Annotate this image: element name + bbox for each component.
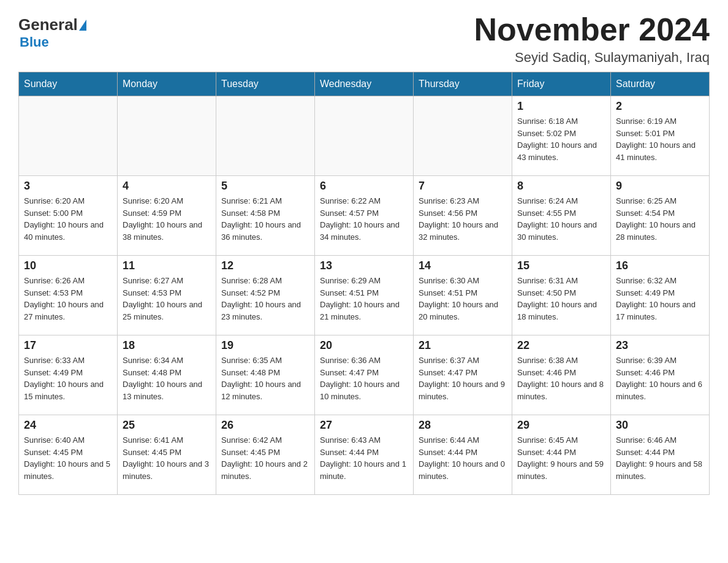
day-number: 21 (419, 339, 507, 352)
calendar-cell: 12Sunrise: 6:28 AM Sunset: 4:52 PM Dayli… (216, 256, 315, 335)
calendar-cell: 19Sunrise: 6:35 AM Sunset: 4:48 PM Dayli… (216, 335, 315, 415)
day-info: Sunrise: 6:20 AM Sunset: 4:59 PM Dayligh… (123, 195, 211, 243)
calendar-cell: 27Sunrise: 6:43 AM Sunset: 4:44 PM Dayli… (315, 415, 414, 495)
day-number: 27 (320, 419, 408, 432)
logo: General Blue (18, 12, 88, 50)
day-number: 11 (123, 259, 211, 272)
day-number: 4 (123, 180, 211, 193)
calendar-cell (118, 96, 216, 176)
day-info: Sunrise: 6:32 AM Sunset: 4:49 PM Dayligh… (616, 275, 704, 323)
day-info: Sunrise: 6:36 AM Sunset: 4:47 PM Dayligh… (320, 354, 408, 402)
day-info: Sunrise: 6:33 AM Sunset: 4:49 PM Dayligh… (24, 354, 112, 402)
day-number: 24 (24, 419, 112, 432)
calendar-cell: 6Sunrise: 6:22 AM Sunset: 4:57 PM Daylig… (315, 176, 414, 256)
calendar-cell: 2Sunrise: 6:19 AM Sunset: 5:01 PM Daylig… (611, 96, 710, 176)
calendar-cell (414, 96, 512, 176)
day-info: Sunrise: 6:18 AM Sunset: 5:02 PM Dayligh… (517, 115, 605, 163)
page-header: General Blue November 2024 Seyid Sadiq, … (18, 12, 710, 66)
day-info: Sunrise: 6:42 AM Sunset: 4:45 PM Dayligh… (221, 434, 309, 482)
day-number: 9 (616, 180, 704, 193)
day-info: Sunrise: 6:26 AM Sunset: 4:53 PM Dayligh… (24, 275, 112, 323)
day-number: 8 (517, 180, 605, 193)
day-info: Sunrise: 6:39 AM Sunset: 4:46 PM Dayligh… (616, 354, 704, 402)
calendar-header-tuesday: Tuesday (216, 72, 315, 96)
calendar-cell: 21Sunrise: 6:37 AM Sunset: 4:47 PM Dayli… (414, 335, 512, 415)
calendar-cell: 8Sunrise: 6:24 AM Sunset: 4:55 PM Daylig… (512, 176, 611, 256)
day-number: 23 (616, 339, 704, 352)
calendar-cell: 14Sunrise: 6:30 AM Sunset: 4:51 PM Dayli… (414, 256, 512, 335)
day-number: 14 (419, 259, 507, 272)
day-number: 19 (221, 339, 309, 352)
day-info: Sunrise: 6:29 AM Sunset: 4:51 PM Dayligh… (320, 275, 408, 323)
day-info: Sunrise: 6:45 AM Sunset: 4:44 PM Dayligh… (517, 434, 605, 482)
day-info: Sunrise: 6:25 AM Sunset: 4:54 PM Dayligh… (616, 195, 704, 243)
day-number: 12 (221, 259, 309, 272)
calendar-table: SundayMondayTuesdayWednesdayThursdayFrid… (18, 72, 710, 495)
day-info: Sunrise: 6:22 AM Sunset: 4:57 PM Dayligh… (320, 195, 408, 243)
calendar-cell: 5Sunrise: 6:21 AM Sunset: 4:58 PM Daylig… (216, 176, 315, 256)
day-number: 1 (517, 100, 605, 113)
calendar-cell: 29Sunrise: 6:45 AM Sunset: 4:44 PM Dayli… (512, 415, 611, 495)
day-info: Sunrise: 6:37 AM Sunset: 4:47 PM Dayligh… (419, 354, 507, 402)
day-number: 7 (419, 180, 507, 193)
calendar-header-wednesday: Wednesday (315, 72, 414, 96)
logo-blue-text: Blue (20, 34, 49, 50)
calendar-cell: 17Sunrise: 6:33 AM Sunset: 4:49 PM Dayli… (19, 335, 118, 415)
calendar-cell: 10Sunrise: 6:26 AM Sunset: 4:53 PM Dayli… (19, 256, 118, 335)
day-number: 22 (517, 339, 605, 352)
calendar-week-row: 1Sunrise: 6:18 AM Sunset: 5:02 PM Daylig… (19, 96, 710, 176)
calendar-cell: 9Sunrise: 6:25 AM Sunset: 4:54 PM Daylig… (611, 176, 710, 256)
day-number: 29 (517, 419, 605, 432)
day-number: 3 (24, 180, 112, 193)
day-number: 17 (24, 339, 112, 352)
day-info: Sunrise: 6:35 AM Sunset: 4:48 PM Dayligh… (221, 354, 309, 402)
calendar-week-row: 10Sunrise: 6:26 AM Sunset: 4:53 PM Dayli… (19, 256, 710, 335)
day-number: 25 (123, 419, 211, 432)
day-number: 10 (24, 259, 112, 272)
calendar-cell: 22Sunrise: 6:38 AM Sunset: 4:46 PM Dayli… (512, 335, 611, 415)
calendar-header-friday: Friday (512, 72, 611, 96)
day-number: 30 (616, 419, 704, 432)
day-info: Sunrise: 6:34 AM Sunset: 4:48 PM Dayligh… (123, 354, 211, 402)
calendar-cell (19, 96, 118, 176)
day-number: 16 (616, 259, 704, 272)
day-info: Sunrise: 6:27 AM Sunset: 4:53 PM Dayligh… (123, 275, 211, 323)
day-info: Sunrise: 6:40 AM Sunset: 4:45 PM Dayligh… (24, 434, 112, 482)
day-number: 2 (616, 100, 704, 113)
day-number: 20 (320, 339, 408, 352)
calendar-header-row: SundayMondayTuesdayWednesdayThursdayFrid… (19, 72, 710, 96)
day-info: Sunrise: 6:30 AM Sunset: 4:51 PM Dayligh… (419, 275, 507, 323)
calendar-header-thursday: Thursday (414, 72, 512, 96)
calendar-cell: 26Sunrise: 6:42 AM Sunset: 4:45 PM Dayli… (216, 415, 315, 495)
calendar-week-row: 3Sunrise: 6:20 AM Sunset: 5:00 PM Daylig… (19, 176, 710, 256)
calendar-cell: 23Sunrise: 6:39 AM Sunset: 4:46 PM Dayli… (611, 335, 710, 415)
month-title: November 2024 (474, 12, 710, 47)
day-info: Sunrise: 6:43 AM Sunset: 4:44 PM Dayligh… (320, 434, 408, 482)
location-text: Seyid Sadiq, Sulaymaniyah, Iraq (474, 50, 710, 66)
calendar-cell: 7Sunrise: 6:23 AM Sunset: 4:56 PM Daylig… (414, 176, 512, 256)
calendar-cell (315, 96, 414, 176)
logo-general-text: General (18, 15, 78, 34)
calendar-cell: 1Sunrise: 6:18 AM Sunset: 5:02 PM Daylig… (512, 96, 611, 176)
day-info: Sunrise: 6:44 AM Sunset: 4:44 PM Dayligh… (419, 434, 507, 482)
day-info: Sunrise: 6:24 AM Sunset: 4:55 PM Dayligh… (517, 195, 605, 243)
calendar-cell: 25Sunrise: 6:41 AM Sunset: 4:45 PM Dayli… (118, 415, 216, 495)
calendar-cell: 30Sunrise: 6:46 AM Sunset: 4:44 PM Dayli… (611, 415, 710, 495)
calendar-cell: 13Sunrise: 6:29 AM Sunset: 4:51 PM Dayli… (315, 256, 414, 335)
day-info: Sunrise: 6:31 AM Sunset: 4:50 PM Dayligh… (517, 275, 605, 323)
day-number: 5 (221, 180, 309, 193)
day-info: Sunrise: 6:23 AM Sunset: 4:56 PM Dayligh… (419, 195, 507, 243)
calendar-cell: 3Sunrise: 6:20 AM Sunset: 5:00 PM Daylig… (19, 176, 118, 256)
day-number: 26 (221, 419, 309, 432)
day-info: Sunrise: 6:19 AM Sunset: 5:01 PM Dayligh… (616, 115, 704, 163)
calendar-cell: 15Sunrise: 6:31 AM Sunset: 4:50 PM Dayli… (512, 256, 611, 335)
day-info: Sunrise: 6:41 AM Sunset: 4:45 PM Dayligh… (123, 434, 211, 482)
day-number: 13 (320, 259, 408, 272)
day-number: 15 (517, 259, 605, 272)
day-number: 28 (419, 419, 507, 432)
calendar-header-saturday: Saturday (611, 72, 710, 96)
calendar-cell: 16Sunrise: 6:32 AM Sunset: 4:49 PM Dayli… (611, 256, 710, 335)
calendar-cell: 11Sunrise: 6:27 AM Sunset: 4:53 PM Dayli… (118, 256, 216, 335)
calendar-header-monday: Monday (118, 72, 216, 96)
logo-triangle-icon (79, 20, 86, 31)
